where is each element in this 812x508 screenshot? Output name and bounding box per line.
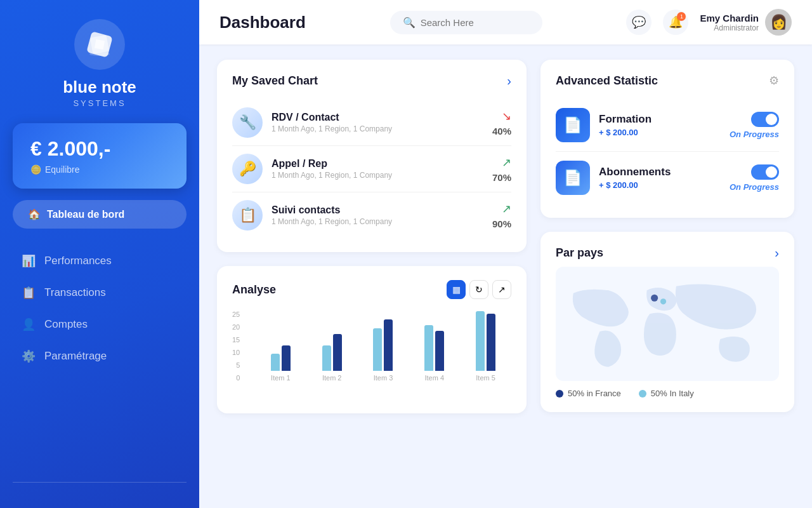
bar-group-item1: Item 1 xyxy=(255,345,306,382)
appel-trend: ↗ xyxy=(502,156,511,170)
rdv-trend: ↘ xyxy=(502,109,511,123)
balance-amount: € 2.000,- xyxy=(30,137,169,161)
bar-group-item2: Item 2 xyxy=(306,334,358,382)
brand-name: blue note xyxy=(63,77,136,97)
y-label-25: 25 xyxy=(232,311,240,318)
bar-group-item3: Item 3 xyxy=(358,319,409,382)
left-column: My Saved Chart › 🔧 RDV / Contact 1 Month… xyxy=(217,60,527,413)
formation-sub: + $ 200.00 xyxy=(599,128,721,137)
stat-item-abonnements: 📄 Abonnements + $ 200.00 On Progress xyxy=(556,152,779,204)
analyse-title: Analyse xyxy=(232,283,276,297)
abonnements-sub: + $ 200.00 xyxy=(599,180,721,190)
right-column: Advanced Statistic ⚙ 📄 Formation + $ 200… xyxy=(540,60,794,413)
content-grid: My Saved Chart › 🔧 RDV / Contact 1 Month… xyxy=(199,44,812,429)
suivi-icon: 📋 xyxy=(232,200,263,231)
advanced-stat-header: Advanced Statistic ⚙ xyxy=(556,74,779,88)
rdv-subtitle: 1 Month Ago, 1 Region, 1 Company xyxy=(272,124,483,133)
bar-light-3 xyxy=(424,325,433,371)
map-legend: 50% in France 50% In Italy xyxy=(556,389,779,398)
user-name: Emy Chardin xyxy=(700,13,759,23)
bar-dark-3 xyxy=(435,331,444,371)
saved-chart-title: My Saved Chart xyxy=(232,74,318,88)
y-label-5: 5 xyxy=(236,361,240,369)
advanced-stat-title: Advanced Statistic xyxy=(556,74,658,88)
formation-toggle[interactable] xyxy=(751,112,779,127)
header: Dashboard 🔍 💬 🔔 1 Emy Chardin Administra… xyxy=(199,0,812,44)
messages-button[interactable]: 💬 xyxy=(626,10,652,35)
bar-pair-3 xyxy=(424,325,444,371)
notifications-button[interactable]: 🔔 1 xyxy=(663,10,688,35)
brand-sub: SYSTEMS xyxy=(73,98,126,108)
sidebar-item-transactions[interactable]: 📋 Transactions xyxy=(13,278,187,307)
y-label-20: 20 xyxy=(232,323,240,331)
sidebar-item-parametrage[interactable]: ⚙️ Paramétrage xyxy=(13,342,187,371)
rdv-title: RDV / Contact xyxy=(272,112,483,123)
coin-icon: 🪙 xyxy=(30,164,41,175)
abonnements-toggle[interactable] xyxy=(751,164,779,180)
search-input[interactable] xyxy=(421,17,530,28)
line-chart-button[interactable]: ↗ xyxy=(492,280,511,299)
rdv-pct: 40% xyxy=(492,126,511,137)
svg-point-3 xyxy=(651,294,658,301)
svg-point-4 xyxy=(660,298,666,304)
y-label-0: 0 xyxy=(236,374,240,382)
bar-light-4 xyxy=(476,311,485,371)
bar-pair-4 xyxy=(476,311,495,371)
saved-chart-arrow[interactable]: › xyxy=(507,74,511,88)
analyse-header: Analyse ▦ ↻ ↗ xyxy=(232,280,511,299)
dashboard-button[interactable]: 🏠 Tableau de bord xyxy=(13,200,187,229)
sidebar-divider xyxy=(13,482,187,483)
bar-label-2: Item 3 xyxy=(374,374,393,382)
bar-dark-0 xyxy=(282,345,291,371)
par-pays-arrow[interactable]: › xyxy=(775,246,779,260)
appel-title: Appel / Rep xyxy=(272,158,483,170)
abonnements-title: Abonnements xyxy=(599,166,721,178)
italy-dot xyxy=(639,390,646,398)
bar-chart-button[interactable]: ▦ xyxy=(447,280,466,299)
analyse-card: Analyse ▦ ↻ ↗ 25 20 15 10 5 0 xyxy=(217,266,527,413)
home-icon: 🏠 xyxy=(28,208,41,220)
suivi-info: Suivi contacts 1 Month Ago, 1 Region, 1 … xyxy=(272,204,483,226)
abonnements-info: Abonnements + $ 200.00 xyxy=(599,166,721,190)
bar-group-item4: Item 4 xyxy=(409,325,460,382)
abonnements-right: On Progress xyxy=(730,164,779,192)
comptes-icon: 👤 xyxy=(22,318,36,331)
legend-italy: 50% In Italy xyxy=(639,389,694,398)
bar-dark-2 xyxy=(384,319,393,371)
saved-chart-card: My Saved Chart › 🔧 RDV / Contact 1 Month… xyxy=(217,60,527,252)
bar-light-2 xyxy=(373,328,382,371)
france-dot xyxy=(556,390,563,398)
bar-pair-0 xyxy=(271,345,291,371)
formation-icon: 📄 xyxy=(556,108,590,142)
rdv-info: RDV / Contact 1 Month Ago, 1 Region, 1 C… xyxy=(272,112,483,133)
suivi-subtitle: 1 Month Ago, 1 Region, 1 Company xyxy=(272,217,483,226)
appel-subtitle: 1 Month Ago, 1 Region, 1 Company xyxy=(272,171,483,180)
par-pays-header: Par pays › xyxy=(556,246,779,260)
page-title: Dashboard xyxy=(219,13,306,32)
bar-label-4: Item 5 xyxy=(476,374,495,382)
transactions-icon: 📋 xyxy=(22,286,36,300)
suivi-trend: ↗ xyxy=(502,202,511,216)
logo-icon xyxy=(74,19,125,70)
svg-point-2 xyxy=(89,52,110,56)
formation-status: On Progress xyxy=(730,130,779,139)
bar-light-1 xyxy=(322,345,331,371)
abonnements-status: On Progress xyxy=(730,182,779,192)
refresh-button[interactable]: ↻ xyxy=(469,280,488,299)
bar-pair-1 xyxy=(322,334,342,371)
analyse-toolbar: ▦ ↻ ↗ xyxy=(447,280,511,299)
bar-dark-4 xyxy=(487,314,495,371)
suivi-pct: 90% xyxy=(492,218,511,229)
user-role: Administrator xyxy=(700,23,759,32)
performances-icon: 📊 xyxy=(22,254,36,268)
filter-icon[interactable]: ⚙ xyxy=(769,74,779,88)
sidebar-item-comptes[interactable]: 👤 Comptes xyxy=(13,310,187,339)
chart-item-rdv: 🔧 RDV / Contact 1 Month Ago, 1 Region, 1… xyxy=(232,100,511,146)
notification-badge: 1 xyxy=(677,12,686,21)
par-pays-title: Par pays xyxy=(556,246,603,260)
chart-item-appel: 🔑 Appel / Rep 1 Month Ago, 1 Region, 1 C… xyxy=(232,146,511,192)
saved-chart-header: My Saved Chart › xyxy=(232,74,511,88)
abonnements-icon: 📄 xyxy=(556,161,590,195)
sidebar-item-performances[interactable]: 📊 Performances xyxy=(13,246,187,276)
header-actions: 💬 🔔 1 Emy Chardin Administrator 👩 xyxy=(626,9,792,36)
